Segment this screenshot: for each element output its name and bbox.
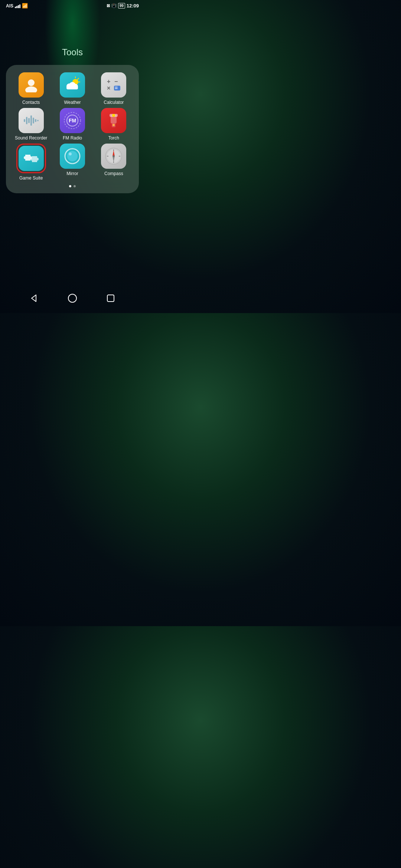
svg-rect-19: [33, 118, 34, 124]
bottom-nav: [0, 286, 145, 313]
svg-rect-16: [26, 117, 27, 124]
recents-icon: [106, 293, 115, 303]
svg-text:−: −: [114, 78, 118, 85]
torch-label: Torch: [108, 135, 119, 141]
svg-point-27: [112, 114, 115, 117]
home-button[interactable]: [66, 292, 78, 304]
status-right: ⊠ 📳 99 12:09: [107, 3, 139, 9]
svg-rect-15: [24, 119, 25, 122]
battery-level: 99: [118, 3, 125, 9]
torch-icon: [101, 108, 126, 133]
app-item-weather[interactable]: Weather: [53, 72, 91, 105]
sound-recorder-icon: [19, 108, 44, 133]
svg-rect-21: [37, 120, 39, 121]
signal-bar-1: [15, 7, 16, 8]
svg-rect-18: [30, 115, 32, 126]
svg-point-29: [113, 124, 115, 126]
calculator-icon: + − × =: [101, 72, 126, 98]
svg-point-41: [113, 155, 115, 157]
battery-indicator: 99: [118, 3, 125, 9]
svg-text:=: =: [115, 85, 118, 91]
app-item-torch[interactable]: Torch: [95, 108, 133, 141]
game-suite-highlight-ring: [16, 144, 46, 173]
dot-1: [69, 185, 71, 187]
calculator-label: Calculator: [104, 100, 124, 105]
page-title: Tools: [0, 47, 145, 57]
time-display: 12:09: [127, 3, 139, 9]
status-left: AIS 📶: [6, 3, 28, 9]
svg-marker-42: [32, 295, 36, 302]
app-item-contacts[interactable]: Contacts: [12, 72, 50, 105]
game-suite-svg: [22, 149, 41, 168]
vibrate-icon: 📳: [111, 3, 117, 8]
svg-rect-17: [28, 118, 30, 123]
mirror-icon: [60, 144, 85, 169]
svg-rect-20: [35, 119, 36, 122]
dot-2: [74, 185, 76, 187]
pagination-dots: [12, 185, 133, 187]
contacts-svg: [24, 78, 39, 92]
fm-radio-icon: FM: [60, 108, 85, 133]
svg-point-32: [69, 152, 72, 155]
recents-button[interactable]: [105, 292, 117, 304]
weather-icon: [60, 72, 85, 98]
signal-bar-4: [19, 4, 20, 8]
sound-recorder-svg: [22, 111, 41, 130]
svg-point-1: [25, 86, 37, 92]
compass-svg: [104, 147, 123, 166]
app-item-compass[interactable]: Compass: [95, 144, 133, 181]
mirror-label: Mirror: [66, 171, 78, 176]
app-item-game-suite[interactable]: Game Suite: [12, 144, 50, 181]
svg-line-5: [78, 78, 79, 79]
mirror-svg: [63, 147, 82, 166]
svg-point-0: [28, 79, 35, 86]
game-suite-label: Game Suite: [19, 175, 43, 181]
weather-label: Weather: [64, 100, 81, 105]
weather-svg: [63, 75, 82, 95]
signal-strength: [15, 4, 20, 8]
fm-radio-label: FM Radio: [63, 135, 82, 141]
app-item-calculator[interactable]: + − × = Calculator: [95, 72, 133, 105]
bluetooth-icon: ⊠: [107, 3, 110, 8]
app-item-fm-radio[interactable]: FM FM Radio: [53, 108, 91, 141]
svg-rect-44: [107, 295, 114, 302]
svg-rect-9: [66, 86, 78, 89]
carrier-label: AIS: [6, 3, 13, 9]
signal-bar-3: [18, 5, 19, 8]
calculator-svg: + − × =: [105, 77, 122, 93]
tools-folder: Contacts Weather: [6, 65, 139, 193]
svg-text:×: ×: [107, 85, 110, 91]
contacts-label: Contacts: [22, 100, 40, 105]
sound-recorder-label: Sound Recorder: [15, 135, 47, 141]
app-item-sound-recorder[interactable]: Sound Recorder: [12, 108, 50, 141]
back-button[interactable]: [28, 292, 40, 304]
home-icon: [68, 293, 77, 303]
status-bar: AIS 📶 ⊠ 📳 99 12:09: [0, 0, 145, 10]
contacts-icon: [19, 72, 44, 98]
compass-label: Compass: [104, 171, 123, 176]
app-item-mirror[interactable]: Mirror: [53, 144, 91, 181]
game-suite-icon: [19, 146, 44, 171]
fm-radio-svg: FM: [63, 111, 82, 130]
app-grid: Contacts Weather: [12, 72, 133, 181]
svg-point-31: [67, 151, 78, 161]
svg-text:FM: FM: [69, 118, 76, 124]
compass-icon: [101, 144, 126, 169]
back-icon: [29, 293, 39, 303]
svg-text:+: +: [107, 78, 110, 85]
wifi-icon: 📶: [22, 3, 28, 9]
signal-bar-2: [16, 6, 17, 8]
svg-point-43: [68, 294, 76, 302]
torch-svg: [104, 111, 123, 130]
